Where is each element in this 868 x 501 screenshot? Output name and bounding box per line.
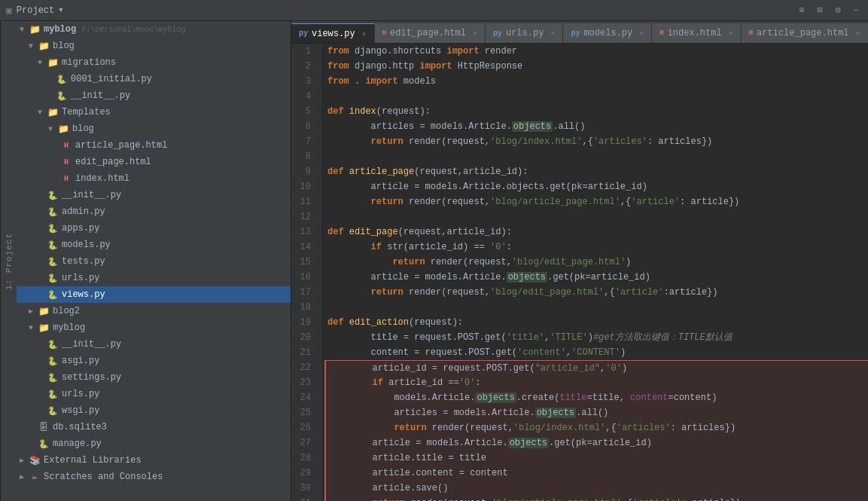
tab-close-article-page[interactable]: ✕ <box>856 29 860 38</box>
tab-article-page-html[interactable]: H article_page.html ✕ <box>742 23 868 43</box>
code-line: def edit_action(request): <box>324 315 868 330</box>
code-line: from django.shortcuts import render <box>324 44 868 59</box>
tree-label: __init__.py <box>71 90 130 101</box>
code-line: if article_id =='0': <box>324 375 868 390</box>
code-token: return <box>392 257 425 267</box>
tree-item-apps[interactable]: 🐍 apps.py <box>17 220 291 237</box>
settings-icon[interactable]: ⚙ <box>832 5 844 17</box>
code-line: def index(request): <box>324 104 868 119</box>
line-number: 1 <box>297 44 315 59</box>
project-panel-tab[interactable]: 1: Project <box>0 21 17 501</box>
tab-views-py[interactable]: py views.py ✕ <box>291 23 375 43</box>
code-token: from <box>327 61 349 72</box>
tree-item-init-myblog[interactable]: 🐍 __init__.py <box>17 336 291 353</box>
tab-close-urls[interactable]: ✕ <box>550 29 555 38</box>
code-token: 'article' <box>615 287 664 298</box>
tab-close-views-py[interactable]: ✕ <box>362 29 367 38</box>
tree-item-article-page-html[interactable]: H article_page.html <box>17 137 291 154</box>
tab-models-py[interactable]: py models.py ✕ <box>563 23 652 43</box>
tree-item-admin[interactable]: 🐍 admin.py <box>17 203 291 220</box>
tab-close-edit-page[interactable]: ✕ <box>473 29 477 38</box>
tree-label: blog <box>72 124 94 134</box>
code-token: objects <box>512 121 553 132</box>
code-token: import <box>446 46 479 57</box>
tree-item-templates[interactable]: ▼ 📁 Templates <box>17 104 291 121</box>
code-token <box>344 166 349 177</box>
tab-urls-py[interactable]: py urls.py ✕ <box>486 23 563 43</box>
tree-label: myblog <box>53 322 85 333</box>
code-token: content = request.POST.get( <box>327 347 517 358</box>
code-token: 'blog/edit_page.html' <box>512 257 626 267</box>
tree-item-blog2[interactable]: ▶ 📁 blog2 <box>17 303 291 319</box>
tree-label: admin.py <box>62 206 105 217</box>
code-token: (request,article_id): <box>398 227 512 237</box>
tab-close-models[interactable]: ✕ <box>639 29 644 38</box>
python-file-icon: 🐍 <box>47 355 59 367</box>
tree-item-views[interactable]: 🐍 views.py <box>17 286 291 303</box>
code-token: objects <box>507 272 547 283</box>
code-token: articles = models.Article. <box>327 121 512 132</box>
code-view[interactable]: 1234567891011121314151617181920212223242… <box>291 44 868 501</box>
html-file-icon: H <box>60 173 72 185</box>
expand-arrow: ▼ <box>20 26 29 34</box>
code-token: objects <box>535 408 576 418</box>
code-line: def edit_page(request,article_id): <box>324 225 868 240</box>
line-number: 23 <box>297 375 315 390</box>
tree-item-blog-templates[interactable]: ▼ 📁 blog <box>17 121 291 137</box>
layout-icon[interactable]: ⊞ <box>814 5 826 17</box>
tree-item-settings[interactable]: 🐍 settings.py <box>17 369 291 386</box>
tree-item-db[interactable]: 🗄 db.sqlite3 <box>17 419 291 435</box>
tree-item-models[interactable]: 🐍 models.py <box>17 237 291 253</box>
tree-item-blog[interactable]: ▼ 📁 blog <box>17 38 291 54</box>
python-file-icon: 🐍 <box>47 405 59 417</box>
tree-item-external-libs[interactable]: ▶ 📚 External Libraries <box>17 452 291 469</box>
code-token: objects <box>475 393 516 403</box>
line-number: 11 <box>297 194 315 209</box>
tree-label: wsgi.py <box>62 405 99 416</box>
tab-edit-page-html[interactable]: H edit_page.html ✕ <box>375 23 486 43</box>
code-token: render(request, <box>404 136 490 147</box>
line-number: 29 <box>297 466 315 481</box>
dropdown-arrow[interactable]: ▼ <box>59 7 62 14</box>
code-token: article_id == <box>383 377 459 388</box>
folder-open-icon: 📁 <box>29 23 41 35</box>
tree-item-scratches[interactable]: ▶ ✏ Scratches and Consoles <box>17 469 291 485</box>
tree-item-urls-myblog[interactable]: 🐍 urls.py <box>17 386 291 402</box>
tree-item-tests[interactable]: 🐍 tests.py <box>17 253 291 270</box>
expand-arrow: ▶ <box>20 456 29 465</box>
code-token: ) <box>620 347 626 358</box>
line-number: 17 <box>297 285 315 300</box>
tree-item-init-blog[interactable]: 🐍 __init__.py <box>17 187 291 203</box>
code-token: ,{ <box>582 136 592 147</box>
line-number: 16 <box>297 270 315 285</box>
tree-item-edit-page-html[interactable]: H edit_page.html <box>17 154 291 170</box>
tree-item-myblog-inner[interactable]: ▼ 📁 myblog <box>17 319 291 336</box>
tree-item-0001[interactable]: 🐍 0001_initial.py <box>17 71 291 87</box>
tree-item-init-migrations[interactable]: 🐍 __init__.py <box>17 87 291 104</box>
tree-item-myblog-root[interactable]: ▼ 📁 myblog F:\personal\mooc\myblog <box>17 21 291 38</box>
minimize-icon[interactable]: — <box>850 5 862 17</box>
tree-item-migrations[interactable]: ▼ 📁 migrations <box>17 54 291 71</box>
code-line: return render(request,'blog/article_page… <box>324 496 868 501</box>
folder-open-icon: 📁 <box>38 322 50 334</box>
code-token: :article}) <box>664 287 718 298</box>
tree-item-asgi[interactable]: 🐍 asgi.py <box>17 353 291 369</box>
code-token: article_id = request.POST.get( <box>329 363 535 374</box>
add-icon[interactable]: ⊕ <box>796 5 808 17</box>
line-number: 28 <box>297 451 315 466</box>
tree-item-wsgi[interactable]: 🐍 wsgi.py <box>17 402 291 419</box>
line-number: 14 <box>297 240 315 255</box>
code-token: (request): <box>409 317 463 328</box>
tree-item-urls-blog[interactable]: 🐍 urls.py <box>17 270 291 286</box>
tab-index-html[interactable]: H index.html ✕ <box>652 23 741 43</box>
python-file-icon: 🐍 <box>56 90 68 102</box>
tree-item-index-html[interactable]: H index.html <box>17 170 291 187</box>
code-token: (request): <box>376 106 431 117</box>
html-file-icon: H <box>60 156 72 168</box>
code-token <box>329 377 373 388</box>
code-line: return render(request,'blog/edit_page.ht… <box>324 285 868 300</box>
code-line: return render(request,'blog/index.html',… <box>324 134 868 149</box>
tab-close-index[interactable]: ✕ <box>729 29 733 38</box>
code-token <box>329 498 373 501</box>
tree-item-manage[interactable]: 🐍 manage.py <box>17 435 291 452</box>
